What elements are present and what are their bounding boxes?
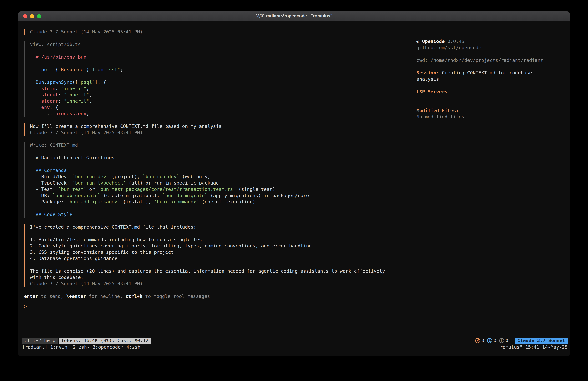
terminal-line: #!/usr/bin/env bun (30, 54, 411, 60)
terminal-content: Claude 3.7 Sonnet (14 May 2025 03:41 PM)… (18, 21, 570, 356)
terminal-line: Claude 3.7 Sonnet (14 May 2025 03:41 PM) (30, 281, 411, 287)
terminal-line: The file is concise (20 lines) and captu… (30, 268, 411, 274)
terminal-window: [2/3] radiant:3:opencode - "romulus" Cla… (18, 11, 570, 357)
terminal-line: 4. Database operations guidance (30, 255, 411, 262)
sidebar-line (417, 51, 565, 57)
terminal-line: 1. Build/lint/test commands including ho… (30, 237, 411, 243)
terminal-line: - TypeCheck: `bun run typecheck` (all) o… (30, 180, 411, 186)
sidebar-line: © OpenCode 0.0.45 (417, 38, 565, 45)
close-window-button[interactable] (23, 14, 27, 18)
sidebar-line (417, 101, 565, 108)
terminal-line: - DB: `bun db generate` (create migratio… (30, 192, 411, 199)
terminal-line: I've created a comprehensive CONTEXT.md … (30, 224, 411, 230)
terminal-line (30, 73, 411, 79)
tmux-host-clock: "romulus" 15:41 14-May-25 (497, 344, 568, 350)
terminal-line: - Package: `bun add <package>` (install)… (30, 199, 411, 205)
terminal-line (30, 262, 411, 268)
sidebar-line: Session: Creating CONTEXT.md for codebas… (417, 70, 565, 76)
terminal-line: Claude 3.7 Sonnet (14 May 2025 03:41 PM) (30, 130, 411, 136)
info-icon: i (487, 338, 492, 343)
warnings-icon: W (475, 338, 480, 343)
terminal-line: 2. Code style guidelines covering import… (30, 243, 411, 249)
terminal-line: ...process.env, (30, 111, 411, 117)
prompt-symbol: > (24, 304, 27, 309)
terminal-line: Now I'll create a comprehensive CONTEXT.… (30, 123, 411, 130)
info-count: 0 (493, 337, 496, 344)
sidebar-line: cwd: /home/thdxr/dev/projects/radiant/ra… (417, 57, 565, 64)
terminal-line: env: { (30, 104, 411, 111)
sidebar-line: No modified files (417, 114, 565, 120)
terminal-line: - Test: `bun test` or `bun test packages… (30, 186, 411, 192)
terminal-line (30, 161, 411, 167)
diagnostics: W0i0h0 (475, 337, 508, 344)
terminal-line (30, 48, 411, 54)
terminal-line: View: script/db.ts (30, 41, 411, 48)
message-block: Claude 3.7 Sonnet (14 May 2025 03:41 PM) (24, 29, 411, 35)
terminal-line: ## Code Style (30, 211, 411, 218)
tokens-cost-badge: Tokens: 16.4K (8%), Cost: $0.12 (59, 337, 151, 344)
hints-count: 0 (505, 337, 508, 344)
sidebar-line: Modified Files: (417, 108, 565, 114)
terminal-line: with this codebase. (30, 274, 411, 281)
terminal-line (30, 230, 411, 237)
terminal-line: 3. CSS styling conventions specific to t… (30, 249, 411, 255)
terminal-line (30, 60, 411, 67)
terminal-line: ## Commands (30, 167, 411, 174)
minimize-window-button[interactable] (30, 14, 34, 18)
sidebar-line (417, 95, 565, 101)
help-badge: ctrl+? help (22, 337, 58, 344)
sidebar-line (417, 82, 565, 89)
hints-icon: h (499, 338, 504, 343)
terminal-line (30, 205, 411, 211)
message-block: Now I'll create a comprehensive CONTEXT.… (24, 123, 411, 136)
prompt-input[interactable]: > (24, 303, 570, 310)
status-bar: ctrl+? help Tokens: 16.4K (8%), Cost: $0… (22, 337, 567, 344)
terminal-line: stdout: "inherit", (30, 92, 411, 98)
terminal-line: stderr: "inherit", (30, 98, 411, 104)
terminal-line: - Build/Dev: `bun run dev` (project), `b… (30, 174, 411, 180)
terminal-line: stdin: "inherit", (30, 85, 411, 92)
message-block: I've created a comprehensive CONTEXT.md … (24, 224, 411, 287)
sidebar-line: github.com/sst/opencode (417, 45, 565, 51)
window-title: [2/3] radiant:3:opencode - "romulus" (256, 14, 333, 19)
terminal-line (30, 148, 411, 155)
tmux-session-windows: [radiant] 1:nvim 2:zsh- 3:opencode* 4:zs… (22, 344, 140, 350)
sidebar-line: LSP Servers (417, 89, 565, 95)
chat-area: Claude 3.7 Sonnet (14 May 2025 03:41 PM)… (24, 29, 411, 287)
terminal-line: Bun.spawnSync([`psql`], { (30, 79, 411, 85)
model-badge: Claude 3.7 Sonnet (515, 337, 567, 344)
tmux-status-bar: [radiant] 1:nvim 2:zsh- 3:opencode* 4:zs… (22, 344, 567, 350)
sidebar-line: analysis (417, 76, 565, 82)
sidebar-line (417, 64, 565, 70)
window-titlebar: [2/3] radiant:3:opencode - "romulus" (18, 11, 570, 21)
terminal-line: import { Resource } from "sst"; (30, 67, 411, 73)
tool-block: View: script/db.ts #!/usr/bin/env bun im… (24, 41, 411, 117)
sidebar: © OpenCode 0.0.45github.com/sst/opencode… (417, 38, 565, 120)
traffic-lights (23, 11, 41, 21)
tool-block: Write: CONTEXT.md # Radiant Project Guid… (24, 142, 411, 218)
terminal-line: Claude 3.7 Sonnet (14 May 2025 03:41 PM) (30, 29, 411, 35)
warnings-count: 0 (482, 337, 484, 344)
zoom-window-button[interactable] (37, 14, 41, 18)
input-hint: enter to send, \+enter for newline, ctrl… (24, 293, 570, 299)
terminal-line: # Radiant Project Guidelines (30, 155, 411, 161)
terminal-line: Write: CONTEXT.md (30, 142, 411, 148)
input-separator (23, 301, 565, 301)
